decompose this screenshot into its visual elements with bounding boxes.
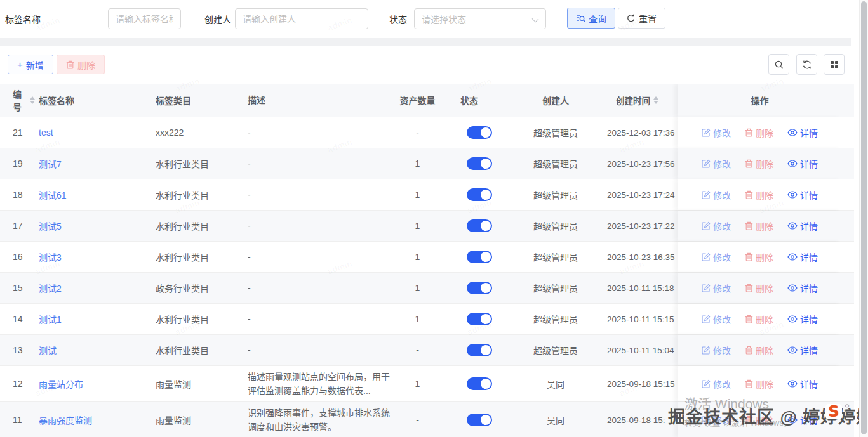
status-toggle[interactable] <box>467 188 492 201</box>
reset-button[interactable]: 重置 <box>618 8 665 29</box>
eye-icon <box>787 284 798 292</box>
delete-button[interactable]: 删除 <box>745 377 773 390</box>
vertical-scrollbar[interactable] <box>859 0 868 437</box>
add-button-label: 新增 <box>26 58 44 71</box>
table-row: 21 test xxx222 - - 超级管理员 2025-12-03 17:3… <box>0 117 854 148</box>
header-time[interactable]: 创建时间 <box>597 84 678 117</box>
delete-label: 删除 <box>756 126 773 139</box>
detail-button[interactable]: 详情 <box>787 344 818 356</box>
tag-name-link[interactable]: 测试61 <box>39 188 67 201</box>
tag-name-link[interactable]: 测试2 <box>39 282 62 294</box>
detail-button[interactable]: 详情 <box>787 157 818 170</box>
delete-label: 删除 <box>756 282 773 294</box>
row-id: 14 <box>0 304 35 334</box>
toggle-knob <box>481 252 491 262</box>
tag-name-link[interactable]: 测试5 <box>39 219 62 232</box>
table-search-button[interactable] <box>768 54 789 75</box>
sort-icon[interactable] <box>30 96 35 104</box>
edit-button[interactable]: 修改 <box>702 157 731 170</box>
add-button[interactable]: + 新增 <box>8 55 53 74</box>
status-toggle[interactable] <box>467 219 492 232</box>
row-creator: 超级管理员 <box>514 242 597 272</box>
edit-icon <box>702 190 711 199</box>
detail-button[interactable]: 详情 <box>787 219 818 232</box>
tag-name-link[interactable]: 雨量站分布 <box>39 377 83 390</box>
delete-button[interactable]: 删除 <box>745 414 773 426</box>
community-logo: S ou <box>825 404 850 419</box>
status-toggle[interactable] <box>467 414 492 426</box>
tag-name-link[interactable]: 测试3 <box>39 251 62 263</box>
table-column-settings-button[interactable] <box>824 54 845 75</box>
status-toggle[interactable] <box>467 282 492 294</box>
delete-button[interactable]: 删除 <box>745 157 773 170</box>
tag-name-link[interactable]: test <box>39 127 53 138</box>
row-category: 雨量监测 <box>156 402 248 437</box>
trash-icon <box>745 221 753 230</box>
toggle-knob <box>481 190 491 200</box>
creator-input[interactable] <box>235 8 368 29</box>
status-toggle[interactable] <box>467 251 492 263</box>
edit-button[interactable]: 修改 <box>702 377 731 390</box>
row-category: xxx222 <box>156 117 248 148</box>
eye-icon <box>787 191 798 199</box>
detail-button[interactable]: 详情 <box>787 414 818 426</box>
edit-button[interactable]: 修改 <box>702 126 731 139</box>
header-name: 标签名称 <box>35 84 156 117</box>
table-row: 11 暴雨强度监测 雨量监测 识别强降雨事件，支撑城市排水系统调度和山洪灾害预警… <box>0 402 854 437</box>
edit-icon <box>702 379 711 388</box>
status-select[interactable]: 请选择状态 <box>414 8 546 29</box>
edit-button[interactable]: 修改 <box>702 282 731 294</box>
sort-icon[interactable] <box>653 96 658 104</box>
delete-button[interactable]: 删除 <box>745 313 773 325</box>
detail-button[interactable]: 详情 <box>787 313 818 325</box>
edit-button[interactable]: 修改 <box>702 251 731 263</box>
tag-name-input[interactable] <box>108 8 181 29</box>
row-id: 15 <box>0 273 35 303</box>
detail-button[interactable]: 详情 <box>787 251 818 263</box>
tag-name-link[interactable]: 测试 <box>39 344 57 356</box>
query-button[interactable]: 查询 <box>567 8 615 29</box>
row-time: 2025-10-11 15:04 <box>597 335 678 365</box>
row-description: - <box>248 312 251 326</box>
edit-button[interactable]: 修改 <box>702 313 731 325</box>
row-time: 2025-10-11 15:18 <box>597 273 678 303</box>
row-time: 2025-09-18 15: <box>597 402 678 437</box>
delete-button[interactable]: 删除 <box>745 126 773 139</box>
batch-delete-button[interactable]: 删除 <box>57 55 105 74</box>
header-id[interactable]: 编号 <box>0 84 35 117</box>
grid-icon <box>830 60 839 69</box>
detail-button[interactable]: 详情 <box>787 377 818 390</box>
delete-button[interactable]: 删除 <box>745 251 773 263</box>
edit-button[interactable]: 修改 <box>702 414 731 426</box>
trash-icon <box>745 379 753 388</box>
table-body: 21 test xxx222 - - 超级管理员 2025-12-03 17:3… <box>0 117 854 437</box>
detail-button[interactable]: 详情 <box>787 126 818 139</box>
delete-button[interactable]: 删除 <box>745 282 773 294</box>
detail-button[interactable]: 详情 <box>787 282 818 294</box>
delete-label: 删除 <box>756 313 773 325</box>
status-toggle[interactable] <box>467 313 492 325</box>
status-toggle[interactable] <box>467 126 492 139</box>
edit-button[interactable]: 修改 <box>702 188 731 201</box>
status-toggle[interactable] <box>467 157 492 170</box>
row-id: 18 <box>0 179 35 210</box>
tag-name-link[interactable]: 测试7 <box>39 157 62 170</box>
trash-icon <box>745 284 753 292</box>
status-toggle[interactable] <box>467 344 492 356</box>
delete-button[interactable]: 删除 <box>745 344 773 356</box>
scrollbar-thumb[interactable] <box>861 1 867 434</box>
edit-label: 修改 <box>713 313 731 325</box>
detail-label: 详情 <box>800 344 818 356</box>
table-refresh-button[interactable] <box>796 54 817 75</box>
status-toggle[interactable] <box>467 377 492 390</box>
delete-button[interactable]: 删除 <box>745 188 773 201</box>
tag-name-link[interactable]: 测试1 <box>39 313 62 325</box>
edit-button[interactable]: 修改 <box>702 344 731 356</box>
tag-name-link[interactable]: 暴雨强度监测 <box>39 414 92 426</box>
detail-button[interactable]: 详情 <box>787 188 818 201</box>
edit-icon <box>702 252 711 261</box>
status-label: 状态 <box>389 13 407 25</box>
delete-button[interactable]: 删除 <box>745 219 773 232</box>
edit-button[interactable]: 修改 <box>702 219 731 232</box>
row-assets: 1 <box>391 273 444 303</box>
